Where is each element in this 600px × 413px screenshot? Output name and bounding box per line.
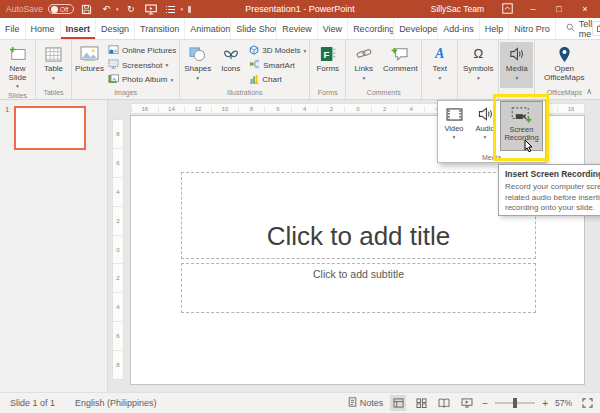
zoom-slider[interactable] xyxy=(495,402,535,404)
undo-dropdown[interactable]: ▾ xyxy=(116,6,119,12)
tab-recording[interactable]: Recording xyxy=(348,18,394,39)
symbols-button[interactable]: Ω Symbols ▾ xyxy=(459,42,497,88)
pictures-button[interactable]: Pictures xyxy=(73,42,106,88)
photo-album-button[interactable]: Photo Album ▾ xyxy=(108,73,176,86)
zoom-slider-thumb[interactable] xyxy=(513,398,517,408)
3d-models-button[interactable]: 3D Models ▾ xyxy=(249,44,306,57)
ruler-mark: 2 xyxy=(113,263,123,292)
screenshot-dropdown[interactable]: ▾ xyxy=(165,62,168,68)
tell-me-box[interactable]: Tell me xyxy=(566,18,593,39)
language-indicator[interactable]: English (Philippines) xyxy=(65,398,167,408)
list-dropdown[interactable]: ▾ xyxy=(180,6,183,12)
video-button[interactable]: Video ▾ xyxy=(438,101,470,162)
collapse-ribbon-icon[interactable]: ∧ xyxy=(586,87,592,96)
photo-album-dropdown[interactable]: ▾ xyxy=(170,77,173,83)
smartart-button[interactable]: SmartArt xyxy=(249,59,306,72)
tab-slide-show[interactable]: Slide Show xyxy=(231,18,277,39)
screenshot-label: Screenshot xyxy=(122,61,162,70)
subtitle-placeholder[interactable]: Click to add subtitle xyxy=(181,263,536,313)
pictures-label: Pictures xyxy=(75,65,104,74)
tab-design[interactable]: Design xyxy=(96,18,135,39)
tab-insert[interactable]: Insert xyxy=(61,18,97,39)
media-button[interactable]: Media ▾ xyxy=(500,42,533,88)
powerpoint-window: AutoSave Off ↶ ▾ ↻ ▾ Presentation1 - Pow… xyxy=(0,0,600,413)
new-slide-button[interactable]: New Slide ▾ xyxy=(1,42,34,91)
reading-view-button[interactable] xyxy=(436,395,452,411)
tab-transition[interactable]: Transition xyxy=(135,18,185,39)
slide-sorter-view-button[interactable] xyxy=(413,395,429,411)
links-dropdown[interactable]: ▾ xyxy=(362,74,365,83)
forms-button[interactable]: F Forms xyxy=(311,42,344,88)
save-button[interactable] xyxy=(79,2,94,16)
table-dropdown[interactable]: ▾ xyxy=(52,74,55,83)
group-label-forms: Forms xyxy=(311,88,344,99)
ruler-mark: 0 xyxy=(113,235,123,264)
fit-slide-button[interactable] xyxy=(579,395,595,411)
chart-button[interactable]: Chart xyxy=(249,73,306,86)
screenshot-button[interactable]: Screenshot ▾ xyxy=(108,59,176,72)
links-button[interactable]: Links ▾ xyxy=(347,42,380,88)
video-dropdown[interactable]: ▾ xyxy=(453,133,456,141)
slide-counter[interactable]: Slide 1 of 1 xyxy=(0,398,65,408)
zoom-in-button[interactable]: + xyxy=(542,398,548,409)
new-slide-dropdown[interactable]: ▾ xyxy=(16,82,19,91)
normal-view-button[interactable] xyxy=(390,395,406,411)
redo-button[interactable]: ↻ xyxy=(123,2,138,16)
share-button[interactable] xyxy=(592,21,600,36)
video-label: Video xyxy=(444,125,463,133)
redo-icon: ↻ xyxy=(127,4,135,14)
3d-models-icon xyxy=(249,45,259,57)
group-images: Pictures Online Pictures Screenshot ▾ Ph xyxy=(72,40,180,99)
map-pin-icon xyxy=(558,44,571,64)
ruler-mark: 6 xyxy=(113,321,123,350)
shapes-button[interactable]: Shapes ▾ xyxy=(181,42,214,88)
tooltip-title: Insert Screen Recording xyxy=(505,169,600,179)
undo-button[interactable]: ↶ xyxy=(99,2,114,16)
tab-file[interactable]: File xyxy=(0,18,26,39)
autosave-toggle[interactable]: Off xyxy=(48,4,74,14)
tab-review[interactable]: Review xyxy=(277,18,318,39)
title-placeholder[interactable]: Click to add title xyxy=(181,172,536,259)
autosave-state: Off xyxy=(60,6,69,13)
slide-thumbnail-panel[interactable]: 1 xyxy=(0,100,108,392)
ruler-mark: 4 xyxy=(113,177,123,206)
minimize-button[interactable]: – xyxy=(520,0,546,18)
close-button[interactable]: × xyxy=(572,0,598,18)
audio-dropdown[interactable]: ▾ xyxy=(484,133,487,141)
symbols-dropdown[interactable]: ▾ xyxy=(477,74,480,83)
customize-quick-access-icon[interactable] xyxy=(188,6,191,13)
ribbon-display-options-button[interactable] xyxy=(494,0,520,18)
text-dropdown[interactable]: ▾ xyxy=(438,74,441,83)
tab-add-ins[interactable]: Add-ins xyxy=(438,18,480,39)
ruler-mark: 16 xyxy=(131,106,158,112)
media-dropdown[interactable]: ▾ xyxy=(515,74,518,83)
comment-icon xyxy=(391,44,409,64)
online-pictures-icon xyxy=(108,45,119,57)
maximize-button[interactable]: □ xyxy=(546,0,572,18)
tab-nitro-pro[interactable]: Nitro Pro xyxy=(509,18,556,39)
zoom-percentage[interactable]: 57% xyxy=(555,398,572,408)
zoom-out-button[interactable]: − xyxy=(482,398,488,409)
online-pictures-button[interactable]: Online Pictures xyxy=(108,44,176,57)
3d-models-dropdown[interactable]: ▾ xyxy=(304,48,307,54)
group-comments: Links ▾ Comment Comments xyxy=(346,40,422,99)
tab-view[interactable]: View xyxy=(318,18,348,39)
slide-thumbnail[interactable] xyxy=(14,106,86,150)
start-slideshow-button[interactable] xyxy=(143,2,158,16)
icons-button[interactable]: Icons xyxy=(214,42,247,88)
open-officemaps-button[interactable]: Open OfficeMaps xyxy=(536,42,592,88)
text-button[interactable]: A Text ▾ xyxy=(423,42,456,88)
vertical-ruler[interactable]: 864202468 xyxy=(112,118,124,380)
tab-developer[interactable]: Developer xyxy=(394,18,438,39)
slideshow-view-button[interactable] xyxy=(459,395,475,411)
notes-button[interactable]: Notes xyxy=(348,397,384,409)
tab-home[interactable]: Home xyxy=(26,18,61,39)
shapes-dropdown[interactable]: ▾ xyxy=(196,74,199,83)
quick-access-list-button[interactable] xyxy=(163,2,178,16)
comment-button[interactable]: Comment xyxy=(380,42,420,88)
account-name[interactable]: SillySac Team xyxy=(431,4,484,14)
ruler-mark: 8 xyxy=(113,119,123,148)
table-button[interactable]: Table ▾ xyxy=(37,42,70,88)
tab-animation[interactable]: Animation xyxy=(185,18,231,39)
tab-help[interactable]: Help xyxy=(480,18,510,39)
